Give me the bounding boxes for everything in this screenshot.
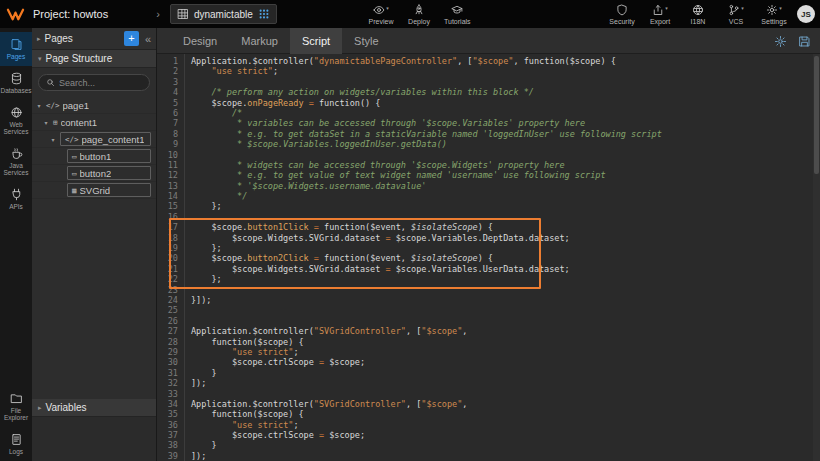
code-line[interactable]: $scope.onPageReady = function() { bbox=[191, 98, 820, 108]
code-line[interactable] bbox=[191, 77, 820, 87]
line-number: 20 bbox=[157, 253, 178, 263]
code-line[interactable]: "use strict"; bbox=[191, 347, 820, 357]
rail-item-java-services[interactable]: Java Services bbox=[0, 141, 32, 182]
preview-button[interactable]: ▾Preview bbox=[368, 0, 394, 28]
code-line[interactable]: function($scope) { bbox=[191, 409, 820, 419]
code-line[interactable]: } bbox=[191, 440, 820, 450]
logs-icon bbox=[10, 433, 23, 446]
code-line[interactable]: } bbox=[191, 368, 820, 378]
tab-design[interactable]: Design bbox=[171, 28, 229, 54]
line-number: 15 bbox=[157, 201, 178, 211]
code-line[interactable] bbox=[191, 150, 820, 160]
tree-item-page1[interactable]: ▾</>page1 bbox=[32, 97, 156, 114]
editor-scrollbar bbox=[813, 54, 820, 461]
tab-markup[interactable]: Markup bbox=[229, 28, 290, 54]
action-label: Deploy bbox=[408, 18, 430, 25]
code-line[interactable]: "use strict"; bbox=[191, 66, 820, 76]
line-number: 4 bbox=[157, 87, 178, 97]
code-line[interactable]: }; bbox=[191, 243, 820, 253]
code-line[interactable]: * $scope.Variables.loggedInUser.getData(… bbox=[191, 139, 820, 149]
code-line[interactable] bbox=[191, 285, 820, 295]
rail-item-label: Web Services bbox=[1, 121, 31, 135]
code-line[interactable]: $scope.ctrlScope = $scope; bbox=[191, 430, 820, 440]
code-area[interactable]: Application.$controller("dynamictablePag… bbox=[185, 54, 820, 461]
line-number: 38 bbox=[157, 440, 178, 450]
code-line[interactable]: * e.g. to get dataSet in a staticVariabl… bbox=[191, 129, 820, 139]
code-line[interactable]: */ bbox=[191, 191, 820, 201]
rail-item-file-explorer[interactable]: File Explorer bbox=[0, 386, 32, 427]
add-page-button[interactable]: + bbox=[124, 31, 139, 46]
line-number: 14 bbox=[157, 191, 178, 201]
action-label: Settings bbox=[761, 18, 786, 25]
i18n-button[interactable]: I18N bbox=[685, 0, 711, 28]
code-line[interactable]: }; bbox=[191, 274, 820, 284]
tutorials-button[interactable]: Tutorials bbox=[444, 0, 471, 28]
folder-icon bbox=[10, 392, 23, 405]
tree-item-button2[interactable]: ▭button2 bbox=[32, 165, 156, 182]
code-line[interactable]: ]); bbox=[191, 451, 820, 461]
code-line[interactable]: * '$scope.Widgets.username.datavalue' bbox=[191, 181, 820, 191]
rail-item-databases[interactable]: Databases bbox=[0, 66, 32, 100]
code-line[interactable]: $scope.button2Click = function($event, $… bbox=[191, 253, 820, 263]
code-line[interactable]: ]); bbox=[191, 378, 820, 388]
code-line[interactable]: * variables can be accessed through '$sc… bbox=[191, 118, 820, 128]
scrollbar-thumb[interactable] bbox=[814, 56, 819, 174]
vcs-button[interactable]: ▾VCS bbox=[723, 0, 749, 28]
code-line[interactable]: /* perform any action on widgets/variabl… bbox=[191, 87, 820, 97]
code-line[interactable]: $scope.Widgets.SVGrid.dataset = $scope.V… bbox=[191, 264, 820, 274]
search-input[interactable] bbox=[59, 78, 142, 88]
settings-button[interactable]: ▾Settings bbox=[761, 0, 787, 28]
save-icon[interactable] bbox=[798, 35, 811, 48]
page-selector-dropdown[interactable]: dynamictable bbox=[170, 4, 277, 24]
tab-script[interactable]: Script bbox=[290, 28, 342, 54]
security-button[interactable]: Security bbox=[609, 0, 635, 28]
variables-header[interactable]: ▸ Variables bbox=[32, 399, 156, 417]
rail-item-web-services[interactable]: Web Services bbox=[0, 100, 32, 141]
tree-item-label: button1 bbox=[80, 151, 112, 162]
search-wrap bbox=[32, 68, 156, 97]
tab-style[interactable]: Style bbox=[342, 28, 390, 54]
line-number: 28 bbox=[157, 337, 178, 347]
page-structure-header[interactable]: ▾ Page Structure bbox=[32, 50, 156, 68]
rail-item-logs[interactable]: Logs bbox=[0, 427, 32, 461]
code-line[interactable]: $scope.Widgets.SVGrid.dataset = $scope.V… bbox=[191, 233, 820, 243]
tutorials-icon bbox=[451, 4, 463, 16]
code-line[interactable]: }; bbox=[191, 201, 820, 211]
code-line[interactable]: function($scope) { bbox=[191, 337, 820, 347]
topbar-left: Project: howtos › dynamictable bbox=[0, 4, 277, 24]
search-icon bbox=[46, 78, 55, 87]
code-line[interactable]: $scope.button1Click = function($event, $… bbox=[191, 222, 820, 232]
line-number: 30 bbox=[157, 357, 178, 367]
code-line[interactable]: * e.g. to get value of text widget named… bbox=[191, 170, 820, 180]
code-line[interactable]: $scope.ctrlScope = $scope; bbox=[191, 357, 820, 367]
code-line[interactable]: Application.$controller("SVGridControlle… bbox=[191, 399, 820, 409]
code-line[interactable] bbox=[191, 316, 820, 326]
tree-item-content1[interactable]: ▾⊞content1 bbox=[32, 114, 156, 131]
code-line[interactable]: "use strict"; bbox=[191, 420, 820, 430]
tree-item-page-content1[interactable]: ▾</>page_content1 bbox=[32, 131, 156, 148]
rail-item-apis[interactable]: APIs bbox=[0, 182, 32, 216]
code-line[interactable] bbox=[191, 305, 820, 315]
collapse-panel-icon[interactable]: « bbox=[143, 33, 153, 45]
left-rail: PagesDatabasesWeb ServicesJava ServicesA… bbox=[0, 28, 32, 461]
deploy-button[interactable]: Deploy bbox=[406, 0, 432, 28]
code-line[interactable] bbox=[191, 389, 820, 399]
code-line[interactable]: /* bbox=[191, 108, 820, 118]
grid-icon: ▦ bbox=[72, 186, 77, 195]
editor-settings-gear-icon[interactable] bbox=[774, 35, 787, 48]
code-line[interactable]: Application.$controller("SVGridControlle… bbox=[191, 326, 820, 336]
user-avatar[interactable]: JS bbox=[797, 5, 815, 23]
line-number: 24 bbox=[157, 295, 178, 305]
tree-item-button1[interactable]: ▭button1 bbox=[32, 148, 156, 165]
code-line[interactable]: Application.$controller("dynamictablePag… bbox=[191, 56, 820, 66]
topbar-right-actions: Security▾ExportI18N▾VCS▾Settings bbox=[609, 0, 787, 28]
pages-panel: ▸ Pages + « ▾ Page Structure ▾</>page1▾⊞… bbox=[32, 28, 157, 461]
top-bar: Project: howtos › dynamictable ▾PreviewD… bbox=[0, 0, 820, 28]
code-line[interactable]: }]); bbox=[191, 295, 820, 305]
tree-item-svgrid[interactable]: ▦SVGrid bbox=[32, 182, 156, 199]
rail-item-label: Logs bbox=[9, 448, 23, 455]
export-button[interactable]: ▾Export bbox=[647, 0, 673, 28]
code-line[interactable]: * widgets can be accessed through '$scop… bbox=[191, 160, 820, 170]
code-line[interactable] bbox=[191, 212, 820, 222]
rail-item-pages[interactable]: Pages bbox=[0, 32, 32, 66]
